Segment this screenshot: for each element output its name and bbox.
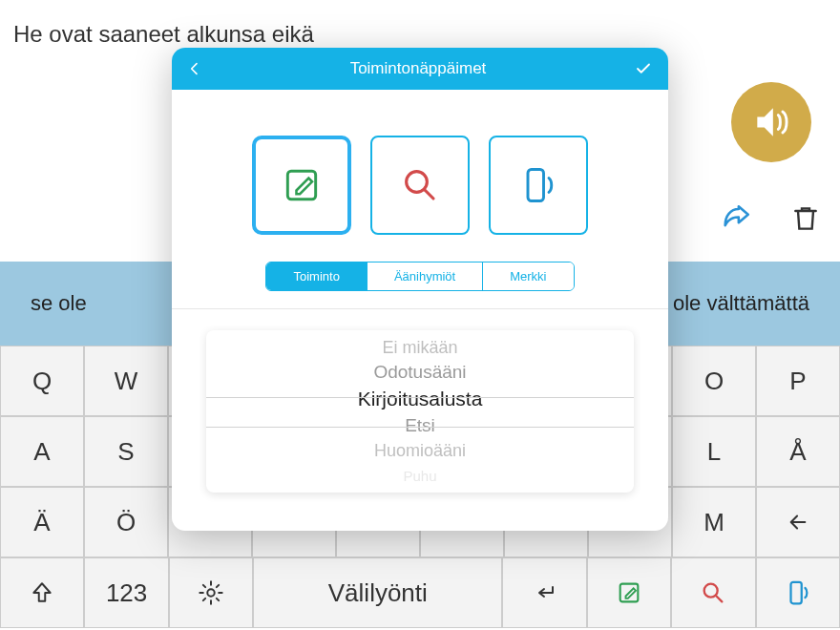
action-icon-row — [172, 90, 668, 262]
segment-sounds[interactable]: Äänihymiöt — [367, 262, 482, 290]
segment-action[interactable]: Toiminto — [266, 262, 366, 290]
action-keys-modal: Toimintonäppäimet Toiminto Äänihymiöt Me… — [172, 48, 668, 531]
picker-option[interactable]: Ei mikään — [382, 335, 457, 360]
modal-title: Toimintonäppäimet — [350, 59, 487, 78]
picker-option[interactable]: Puhu — [403, 463, 436, 488]
action-option-search[interactable] — [370, 136, 470, 235]
picker-option[interactable]: Odotusääni — [373, 360, 466, 385]
separator — [172, 308, 668, 309]
modal-header: Toimintonäppäimet — [172, 48, 668, 90]
svg-point-14 — [407, 172, 428, 193]
search-icon — [400, 165, 440, 205]
picker-option[interactable]: Huomioääni — [374, 438, 466, 463]
svg-rect-15 — [528, 170, 544, 201]
action-picker[interactable]: Ei mikään Odotusääni Kirjoitusalusta Ets… — [206, 330, 634, 493]
picker-option-selected[interactable]: Kirjoitusalusta — [358, 385, 483, 413]
picker-option[interactable]: Etsi — [405, 413, 435, 438]
chevron-left-icon — [187, 60, 202, 77]
action-option-edit[interactable] — [252, 136, 351, 235]
segment-symbol[interactable]: Merkki — [482, 262, 573, 290]
segment-control: Toiminto Äänihymiöt Merkki — [172, 262, 668, 291]
modal-overlay: Toimintonäppäimet Toiminto Äänihymiöt Me… — [0, 0, 840, 630]
action-option-phone[interactable] — [489, 136, 588, 235]
phone-sound-icon — [517, 164, 559, 206]
check-icon — [634, 60, 653, 77]
confirm-button[interactable] — [634, 60, 653, 77]
edit-icon — [281, 164, 323, 206]
back-button[interactable] — [187, 60, 202, 77]
